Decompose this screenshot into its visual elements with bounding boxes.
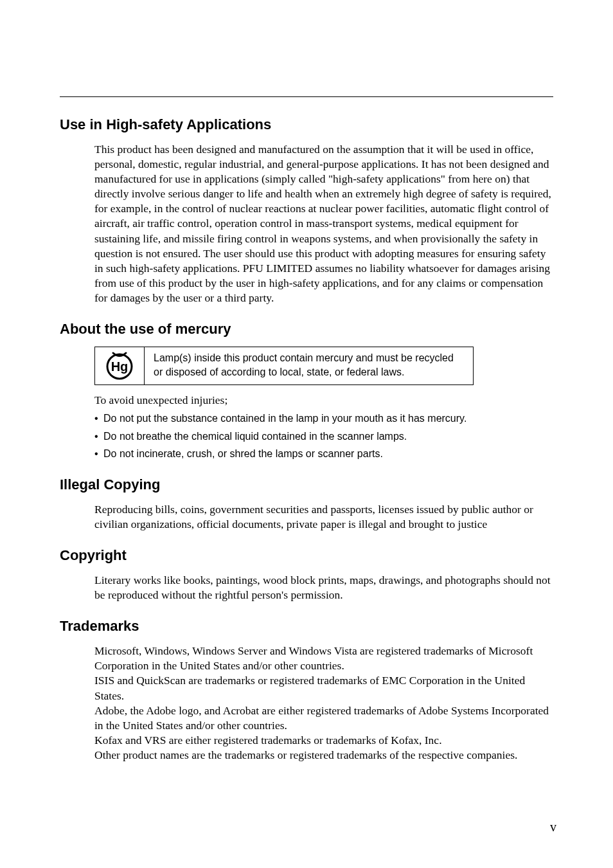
svg-text:Hg: Hg <box>111 359 129 374</box>
paragraph: To avoid unexpected injuries; <box>94 393 553 408</box>
mercury-avoid-line: To avoid unexpected injuries; <box>94 393 553 408</box>
paragraph: This product has been designed and manuf… <box>94 142 553 305</box>
heading-copyright: Copyright <box>60 547 553 564</box>
heading-high-safety: Use in High-safety Applications <box>60 116 553 133</box>
page-number: v <box>550 820 556 835</box>
mercury-warning-text: Lamp(s) inside this product contain merc… <box>145 347 473 384</box>
paragraph: Kofax and VRS are either registered trad… <box>94 733 553 748</box>
list-item: Do not breathe the chemical liquid conta… <box>94 429 553 444</box>
paragraph: Literary works like books, paintings, wo… <box>94 573 553 602</box>
paragraph: Adobe, the Adobe logo, and Acrobat are e… <box>94 703 553 733</box>
paragraph: Reproducing bills, coins, government sec… <box>94 502 553 532</box>
mercury-icon-cell: Hg <box>95 347 145 384</box>
paragraph: Other product names are the trademarks o… <box>94 748 553 763</box>
paragraph: Microsoft, Windows, Windows Server and W… <box>94 644 553 673</box>
horizontal-rule <box>60 96 553 97</box>
mercury-bullet-list: Do not put the substance contained in th… <box>94 411 553 461</box>
heading-illegal-copying: Illegal Copying <box>60 476 553 493</box>
body-copyright: Literary works like books, paintings, wo… <box>94 573 553 602</box>
body-trademarks: Microsoft, Windows, Windows Server and W… <box>94 644 553 763</box>
list-item: Do not incinerate, crush, or shred the l… <box>94 447 553 461</box>
body-illegal-copying: Reproducing bills, coins, government sec… <box>94 502 553 532</box>
paragraph: ISIS and QuickScan are trademarks or reg… <box>94 673 553 703</box>
heading-trademarks: Trademarks <box>60 618 553 635</box>
body-high-safety: This product has been designed and manuf… <box>94 142 553 305</box>
mercury-hg-icon: Hg <box>102 347 137 382</box>
mercury-warning-box: Hg Lamp(s) inside this product contain m… <box>94 347 474 385</box>
heading-mercury: About the use of mercury <box>60 321 553 338</box>
list-item: Do not put the substance contained in th… <box>94 411 553 426</box>
